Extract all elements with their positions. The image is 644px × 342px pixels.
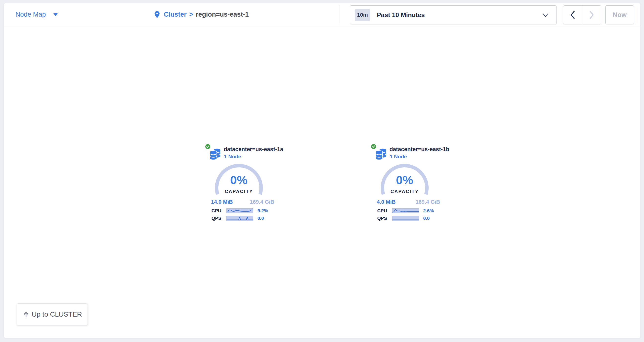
- time-prev-button[interactable]: [563, 5, 582, 24]
- cpu-label: CPU: [377, 208, 387, 214]
- qps-label: QPS: [212, 216, 221, 221]
- time-nav-group: [563, 5, 601, 24]
- capacity-used: 4.0 MiB: [377, 199, 396, 205]
- time-window-label: Past 10 Minutes: [377, 11, 425, 19]
- time-window-badge: 10m: [355, 9, 370, 21]
- qps-label: QPS: [377, 216, 387, 221]
- datacenter-title: datacenter=us-east-1a: [224, 146, 283, 153]
- capacity-total: 169.4 GiB: [250, 199, 274, 205]
- arrow-up-icon: [23, 311, 29, 318]
- up-to-cluster-label: Up to CLUSTER: [32, 311, 82, 318]
- chevron-right-icon: [589, 11, 594, 19]
- capacity-arc: [213, 162, 264, 215]
- capacity-caption: CAPACITY: [213, 189, 264, 194]
- location-pin-icon: [154, 11, 160, 18]
- datacenter-stack-icon: [375, 148, 387, 160]
- datacenter-title: datacenter=us-east-1b: [390, 146, 450, 153]
- view-selector-dropdown[interactable]: Node Map: [16, 3, 58, 26]
- cpu-value: 9.2%: [258, 208, 268, 214]
- capacity-percent: 0%: [213, 173, 264, 187]
- breadcrumb-link-cluster[interactable]: Cluster: [164, 11, 186, 18]
- up-to-cluster-button[interactable]: Up to CLUSTER: [17, 303, 88, 326]
- datacenter-stack-icon: [210, 148, 221, 160]
- breadcrumb-current: region=us-east-1: [196, 11, 249, 18]
- cpu-sparkline: [226, 208, 253, 213]
- qps-value: 0.0: [258, 216, 264, 221]
- app-card: [4, 3, 640, 338]
- datacenter-node-count: 1 Node: [224, 154, 241, 160]
- chevron-left-icon: [570, 11, 575, 19]
- capacity-total: 169.4 GiB: [416, 199, 440, 205]
- node-map-page: Node Map Cluster > region=us-east-1 10m …: [0, 0, 644, 342]
- breadcrumb: Cluster > region=us-east-1: [154, 3, 249, 26]
- qps-sparkline: [392, 216, 419, 221]
- datacenter-node-count: 1 Node: [390, 154, 407, 160]
- time-window-dropdown[interactable]: 10m Past 10 Minutes: [350, 5, 557, 24]
- cpu-sparkline: [392, 208, 419, 213]
- breadcrumb-separator: >: [189, 11, 193, 18]
- capacity-percent: 0%: [379, 173, 430, 187]
- view-selector-caret-icon: [53, 13, 58, 16]
- chevron-down-icon: [542, 13, 548, 17]
- now-button-label: Now: [613, 11, 627, 19]
- now-button[interactable]: Now: [605, 5, 634, 24]
- qps-sparkline: [226, 216, 253, 221]
- time-next-button[interactable]: [582, 5, 601, 24]
- datacenter-card-us-east-1a[interactable]: datacenter=us-east-1a 1 Node 0% CAPACITY…: [205, 143, 278, 225]
- view-selector-label: Node Map: [16, 11, 46, 18]
- datacenter-card-us-east-1b[interactable]: datacenter=us-east-1b 1 Node 0% CAPACITY…: [371, 143, 444, 225]
- capacity-caption: CAPACITY: [379, 189, 430, 194]
- cpu-value: 2.6%: [423, 208, 434, 214]
- capacity-arc: [379, 162, 430, 215]
- capacity-used: 14.0 MiB: [211, 199, 233, 205]
- qps-value: 0.0: [423, 216, 430, 221]
- cpu-label: CPU: [212, 208, 221, 214]
